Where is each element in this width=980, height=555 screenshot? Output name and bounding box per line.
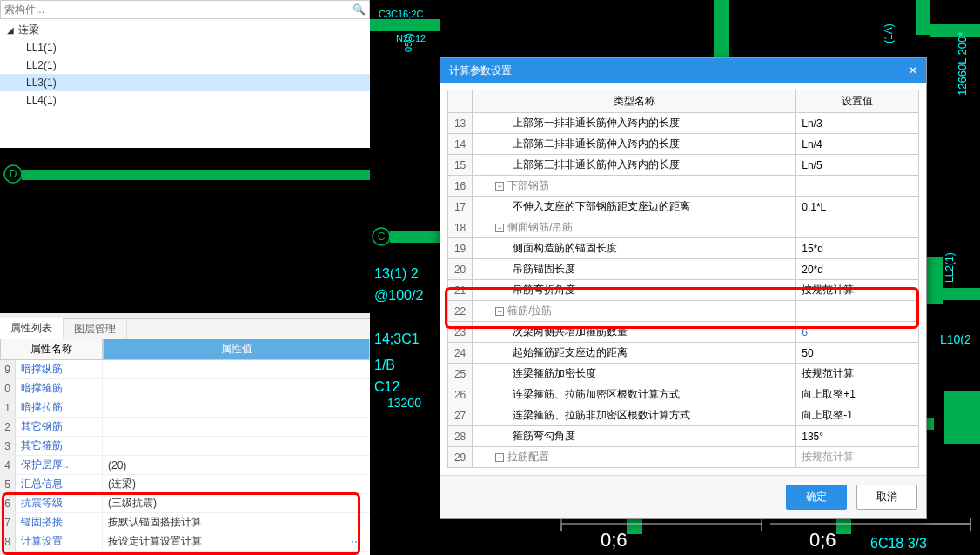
prop-value[interactable] — [103, 398, 370, 417]
tab-properties[interactable]: 属性列表 — [0, 318, 64, 341]
prop-name: 锚固搭接 — [16, 513, 103, 532]
tab-layers[interactable]: 图层管理 — [64, 318, 127, 340]
tree-item[interactable]: LL3(1) — [0, 74, 370, 91]
prop-value[interactable]: 按设定计算设置计算⋯ — [103, 532, 370, 551]
param-value[interactable]: Ln/4 — [796, 134, 919, 155]
param-row[interactable]: 21吊筋弯折角度按规范计算 — [448, 280, 919, 301]
collapse-icon[interactable]: − — [495, 307, 504, 316]
property-row[interactable]: 3其它箍筋 — [0, 437, 370, 456]
param-row[interactable]: 13上部第一排非通长筋伸入跨内的长度Ln/3 — [448, 113, 919, 134]
property-row[interactable]: 5汇总信息(连梁) — [0, 475, 370, 494]
param-row[interactable]: 27连梁箍筋、拉筋非加密区根数计算方式向上取整-1 — [448, 405, 919, 426]
param-value[interactable]: 0.1*L — [796, 197, 919, 217]
prop-name: 暗撑拉筋 — [16, 398, 103, 417]
tree-group-label: 连梁 — [18, 23, 39, 36]
param-row[interactable]: 28箍筋弯勾角度135° — [448, 426, 919, 447]
row-num: 20 — [448, 259, 473, 280]
row-num: 29 — [448, 447, 473, 468]
param-value[interactable]: 按规范计算 — [796, 280, 919, 301]
ellipsis-button[interactable]: ⋯ — [351, 536, 365, 548]
close-icon[interactable]: ✕ — [909, 64, 917, 77]
param-row[interactable]: 17不伸入支座的下部钢筋距支座边的距离0.1*L — [448, 197, 919, 217]
ok-button[interactable]: 确定 — [786, 485, 847, 510]
param-value[interactable]: 向上取整-1 — [796, 405, 919, 426]
param-value[interactable]: 20*d — [796, 259, 919, 280]
tree-item[interactable]: LL1(1) — [0, 39, 370, 57]
row-num: 8 — [0, 532, 16, 551]
property-row[interactable]: 7锚固搭接按默认锚固搭接计算 — [0, 513, 370, 532]
param-value[interactable]: 15*d — [796, 238, 919, 259]
property-row[interactable]: 1暗撑拉筋 — [0, 398, 370, 418]
row-num: 13 — [448, 113, 473, 134]
param-row[interactable]: 20吊筋锚固长度20*d — [448, 259, 919, 280]
collapse-icon[interactable]: − — [495, 224, 504, 232]
property-row[interactable]: 9节点设置按默认节点设置计算 — [0, 552, 370, 555]
search-input[interactable] — [4, 3, 352, 16]
svg-text:C12: C12 — [374, 379, 399, 394]
prop-value[interactable] — [103, 418, 370, 436]
property-row[interactable]: 8计算设置按设定计算设置计算⋯ — [0, 532, 370, 552]
param-row[interactable]: 16−下部钢筋 — [448, 176, 919, 197]
svg-rect-3 — [22, 170, 370, 180]
param-value[interactable]: 50 — [796, 343, 919, 364]
collapse-icon[interactable]: − — [495, 453, 504, 462]
prop-value[interactable]: (20) — [103, 456, 370, 474]
row-num: 7 — [0, 513, 16, 532]
prop-value[interactable] — [103, 379, 370, 398]
param-row[interactable]: 23次梁两侧共增加箍筋数量6 — [448, 322, 919, 343]
prop-value[interactable] — [103, 360, 370, 378]
param-value[interactable]: 6 — [796, 322, 919, 343]
param-value[interactable]: 按规范计算 — [796, 447, 919, 468]
svg-rect-24 — [943, 288, 980, 300]
param-row[interactable]: 25连梁箍筋加密长度按规范计算 — [448, 364, 919, 384]
param-value[interactable] — [796, 217, 919, 238]
param-row[interactable]: 15上部第三排非通长筋伸入跨内的长度Ln/5 — [448, 155, 919, 176]
param-row[interactable]: 18−侧面钢筋/吊筋 — [448, 217, 919, 238]
prop-value[interactable]: 按默认锚固搭接计算 — [103, 513, 370, 532]
param-name: 起始箍筋距支座边的距离 — [473, 343, 796, 364]
svg-text:@100/2: @100/2 — [374, 288, 423, 303]
param-name: 箍筋弯勾角度 — [473, 426, 796, 447]
tree-group[interactable]: ◢ 连梁 — [0, 21, 370, 39]
param-value[interactable]: 135° — [796, 426, 919, 447]
param-row[interactable]: 14上部第二排非通长筋伸入跨内的长度Ln/4 — [448, 134, 919, 155]
tree-item[interactable]: LL4(1) — [0, 91, 370, 109]
param-name: 吊筋弯折角度 — [473, 280, 796, 301]
param-row[interactable]: 29−拉筋配置按规范计算 — [448, 447, 919, 468]
param-row[interactable]: 24起始箍筋距支座边的距离50 — [448, 343, 919, 364]
param-row[interactable]: 22−箍筋/拉筋 — [448, 301, 919, 322]
params-table: 类型名称 设置值 13上部第一排非通长筋伸入跨内的长度Ln/314上部第二排非通… — [447, 90, 919, 468]
property-row[interactable]: 2其它钢筋 — [0, 418, 370, 437]
prop-value[interactable]: (三级抗震) — [103, 494, 370, 512]
prop-value[interactable]: 按默认节点设置计算 — [103, 552, 370, 555]
row-num: 25 — [448, 364, 473, 384]
param-value[interactable] — [796, 176, 919, 197]
property-row[interactable]: 0暗撑箍筋 — [0, 379, 370, 398]
row-num: 28 — [448, 426, 473, 447]
prop-value[interactable] — [103, 437, 370, 455]
param-row[interactable]: 19侧面构造筋的锚固长度15*d — [448, 238, 919, 259]
svg-text:D: D — [10, 168, 17, 180]
row-num: 4 — [0, 456, 16, 474]
property-row[interactable]: 4保护层厚...(20) — [0, 456, 370, 475]
collapse-icon[interactable]: − — [495, 182, 504, 191]
param-value[interactable]: 向上取整+1 — [796, 384, 919, 405]
property-row[interactable]: 9暗撑纵筋 — [0, 360, 370, 379]
param-value[interactable]: 按规范计算 — [796, 364, 919, 384]
tree-item[interactable]: LL2(1) — [0, 57, 370, 74]
svg-rect-35 — [944, 391, 980, 444]
prop-value[interactable]: (连梁) — [103, 475, 370, 493]
search-box[interactable]: 🔍 — [0, 0, 370, 19]
cancel-button[interactable]: 取消 — [856, 485, 917, 510]
param-row[interactable]: 26连梁箍筋、拉筋加密区根数计算方式向上取整+1 — [448, 384, 919, 405]
dialog-titlebar[interactable]: 计算参数设置 ✕ — [440, 58, 926, 83]
param-value[interactable]: Ln/5 — [796, 155, 919, 176]
param-name: 连梁箍筋、拉筋非加密区根数计算方式 — [473, 405, 796, 426]
property-row[interactable]: 6抗震等级(三级抗震) — [0, 494, 370, 513]
svg-rect-5 — [370, 19, 440, 31]
param-name: −箍筋/拉筋 — [473, 301, 796, 322]
param-value[interactable] — [796, 301, 919, 322]
row-num: 9 — [0, 552, 16, 555]
param-value[interactable]: Ln/3 — [796, 113, 919, 134]
prop-name: 暗撑箍筋 — [16, 379, 103, 398]
